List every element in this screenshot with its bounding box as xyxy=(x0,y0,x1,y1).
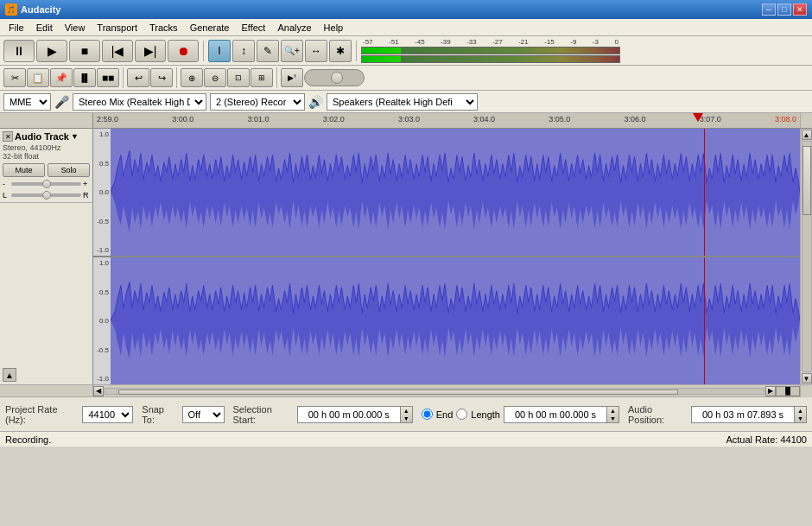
menu-effect[interactable]: Effect xyxy=(237,20,271,35)
menu-help[interactable]: Help xyxy=(319,20,349,35)
pan-right-label: R xyxy=(83,191,90,200)
end-down[interactable]: ▼ xyxy=(607,415,619,422)
menu-generate[interactable]: Generate xyxy=(185,20,235,35)
scroll-down-arrow[interactable]: ▼ xyxy=(802,373,812,383)
pos-arrows[interactable]: ▲ ▼ xyxy=(795,406,807,423)
scroll-track-h xyxy=(105,388,764,395)
tool-timeshift[interactable]: ↔ xyxy=(305,40,327,62)
pause-button[interactable]: ⏸ xyxy=(3,40,35,62)
output-select[interactable]: Speakers (Realtek High Defi xyxy=(327,93,478,111)
scroll-left-arrow[interactable]: ◀ xyxy=(93,386,104,396)
gain-plus: + xyxy=(83,180,90,188)
menu-view[interactable]: View xyxy=(60,20,91,35)
vu-bar-bottom xyxy=(361,55,620,63)
close-button[interactable]: ✕ xyxy=(793,3,807,16)
tool-zoom-in[interactable]: 🔍+ xyxy=(281,40,303,62)
menu-analyze[interactable]: Analyze xyxy=(272,20,316,35)
collapse-button[interactable]: ▲ xyxy=(3,368,16,382)
gain-thumb[interactable] xyxy=(42,180,51,188)
vu-bar-top xyxy=(361,47,620,54)
pan-slider[interactable] xyxy=(11,193,81,197)
play-at-speed[interactable]: ▶ꜛ xyxy=(281,68,303,87)
playhead-line-bottom xyxy=(704,257,705,384)
rewind-button[interactable]: |◀ xyxy=(102,40,133,62)
scroll-up-arrow[interactable]: ▲ xyxy=(802,130,812,140)
track-name: Audio Track xyxy=(15,131,69,142)
channels-select[interactable]: 2 (Stereo) Recor xyxy=(210,93,305,111)
solo-button[interactable]: Solo xyxy=(48,163,90,177)
status-left: Recording. xyxy=(5,434,51,445)
tool-envelope[interactable]: ↕ xyxy=(232,40,255,62)
pos-down[interactable]: ▼ xyxy=(795,415,806,422)
ruler-right-pad xyxy=(800,113,812,128)
scroll-right-arrow[interactable]: ▶ xyxy=(765,386,776,396)
zoom-sel-button[interactable]: ⊞ xyxy=(251,68,273,87)
gain-slider[interactable] xyxy=(11,182,81,186)
trim-button[interactable]: ▐▌ xyxy=(73,68,96,87)
scroll-thumb-h[interactable] xyxy=(118,390,678,395)
copy-button[interactable]: 📋 xyxy=(27,68,49,87)
horizontal-scrollbar-row: ◀ ▶ ▐▌ xyxy=(0,384,812,396)
paste-button[interactable]: 📌 xyxy=(50,68,73,87)
track-dropdown-btn[interactable]: ▼ xyxy=(71,132,79,141)
track-info-2: 32-bit float xyxy=(3,152,90,161)
menu-transport[interactable]: Transport xyxy=(92,20,143,35)
menu-bar: File Edit View Transport Tracks Generate… xyxy=(0,19,812,36)
selection-start-arrows[interactable]: ▲ ▼ xyxy=(401,406,413,423)
menu-tracks[interactable]: Tracks xyxy=(144,20,183,35)
snap-to-select[interactable]: Off xyxy=(182,406,225,423)
hscroll-right-pad xyxy=(800,385,812,397)
bottom-controls: Project Rate (Hz): 44100 Snap To: Off Se… xyxy=(0,396,812,431)
tool-multi[interactable]: ✱ xyxy=(329,40,352,62)
selection-start-input[interactable] xyxy=(297,406,401,423)
app-title: Audacity xyxy=(21,4,60,15)
scroll-thumb-v[interactable] xyxy=(802,146,811,215)
mute-button[interactable]: Mute xyxy=(3,163,45,177)
input-select[interactable]: Stereo Mix (Realtek High De xyxy=(73,93,206,111)
zoom-fit-button[interactable]: ⊡ xyxy=(227,68,250,87)
audio-position-input[interactable] xyxy=(691,406,795,423)
record-button[interactable]: ⏺ xyxy=(168,40,199,62)
silence-button[interactable]: ◼◼ xyxy=(97,68,119,87)
menu-file[interactable]: File xyxy=(3,20,29,35)
zoom-out-button[interactable]: ⊖ xyxy=(204,68,226,87)
sel-start-up[interactable]: ▲ xyxy=(401,407,412,415)
zoom-in-button[interactable]: ⊕ xyxy=(181,68,203,87)
play-button[interactable]: ▶ xyxy=(36,40,67,62)
maximize-button[interactable]: □ xyxy=(777,3,791,16)
project-rate-label: Project Rate (Hz): xyxy=(5,404,79,425)
track-info-1: Stereo, 44100Hz xyxy=(3,143,90,152)
redo-button[interactable]: ↪ xyxy=(150,68,173,87)
status-bar: Recording. Actual Rate: 44100 xyxy=(0,431,812,447)
pan-left-label: L xyxy=(3,191,10,200)
toolbar-separator-1 xyxy=(203,41,204,61)
sel-start-down[interactable]: ▼ xyxy=(401,415,412,422)
cut-button[interactable]: ✂ xyxy=(3,68,26,87)
waveform-container: 1.0 0.5 0.0 -0.5 -1.0 xyxy=(93,129,800,384)
project-rate-select[interactable]: 44100 xyxy=(82,406,133,423)
scroll-end-btn[interactable]: ▐▌ xyxy=(776,386,800,396)
end-radio[interactable] xyxy=(422,409,433,420)
forward-button[interactable]: ▶| xyxy=(135,40,166,62)
end-up[interactable]: ▲ xyxy=(607,407,619,415)
end-arrows[interactable]: ▲ ▼ xyxy=(607,406,619,423)
mute-solo-row: Mute Solo xyxy=(3,163,90,177)
playback-speed-slider[interactable] xyxy=(304,69,365,86)
track-close-btn[interactable]: ✕ xyxy=(3,131,13,142)
stop-button[interactable]: ■ xyxy=(69,40,100,62)
length-radio[interactable] xyxy=(456,409,467,420)
toolbar-edit: ✂ 📋 📌 ▐▌ ◼◼ ↩ ↪ ⊕ ⊖ ⊡ ⊞ ▶ꜛ xyxy=(0,66,812,91)
y-axis-bottom: 1.0 0.5 0.0 -0.5 -1.0 xyxy=(93,257,111,384)
undo-button[interactable]: ↩ xyxy=(127,68,149,87)
end-input[interactable] xyxy=(504,406,607,423)
waveform-svg-bottom xyxy=(111,257,800,384)
tool-draw[interactable]: ✎ xyxy=(257,40,279,62)
minimize-button[interactable]: ─ xyxy=(762,3,776,16)
api-select[interactable]: MME xyxy=(3,93,51,111)
menu-edit[interactable]: Edit xyxy=(31,20,58,35)
tool-select[interactable]: I xyxy=(208,40,231,62)
pos-up[interactable]: ▲ xyxy=(795,407,806,415)
speed-thumb[interactable] xyxy=(331,72,343,84)
device-toolbar: MME 🎤 Stereo Mix (Realtek High De 2 (Ste… xyxy=(0,91,812,113)
pan-thumb[interactable] xyxy=(42,191,51,200)
